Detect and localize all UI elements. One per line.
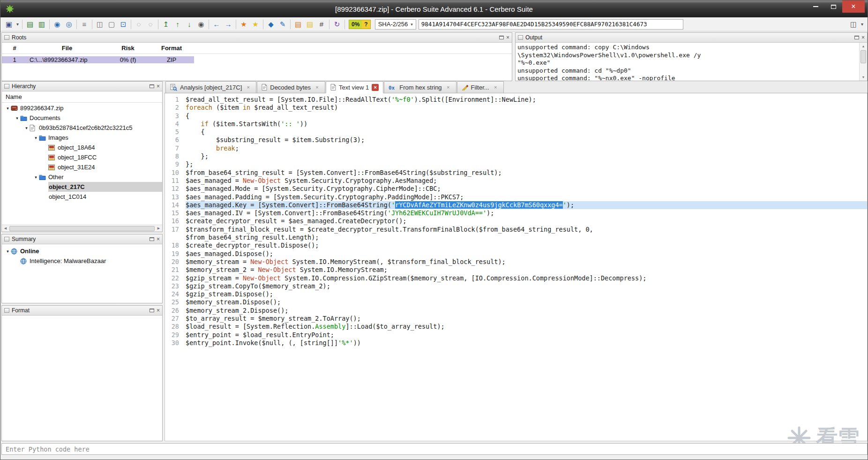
close-panel-icon[interactable]: × (157, 308, 160, 313)
scroll-down-icon[interactable]: ▼ (860, 74, 867, 81)
select-region-icon[interactable]: ◌ (133, 19, 144, 30)
expander-icon[interactable]: ▾ (14, 116, 20, 121)
expander-icon[interactable]: ▾ (33, 175, 39, 180)
scrollbar-thumb[interactable] (9, 226, 155, 231)
float-panel-icon[interactable] (150, 84, 154, 88)
code-line-20[interactable]: 20$memory_stream = New-Object System.IO.… (165, 258, 867, 266)
code-line-16[interactable]: 16$create_decryptor_result = $aes_manage… (165, 217, 867, 225)
next-match-icon[interactable]: ↓ (184, 19, 195, 30)
hex-edit-icon[interactable]: ▤ (304, 19, 315, 30)
maximize-button[interactable] (824, 0, 842, 13)
minimize-button[interactable] (807, 0, 824, 13)
hierarchy-column-header[interactable]: Name (2, 91, 162, 103)
tree-item-object-217c[interactable]: object_217C (2, 182, 162, 192)
column-header-risk[interactable]: Risk (107, 45, 149, 52)
import-report-icon[interactable]: ▥ (36, 19, 47, 30)
code-line-15[interactable]: 15$aes_managed.IV = [System.Convert]::Fr… (165, 209, 867, 217)
close-button[interactable]: × (842, 0, 865, 13)
scroll-right-icon[interactable]: ▶ (155, 226, 162, 230)
find-icon[interactable]: ◉ (195, 19, 207, 30)
code-line-6[interactable]: 6 $substring_result = $item.Substring(3)… (165, 136, 867, 144)
scroll-left-icon[interactable]: ◀ (2, 226, 9, 230)
code-line-26[interactable]: 26$memory_stream_2.Dispose(); (165, 307, 867, 315)
copy-icon[interactable]: ◫ (94, 19, 105, 30)
save-icon[interactable]: ▣ (3, 19, 15, 30)
tab-close-icon[interactable]: × (372, 84, 379, 91)
code-line-8[interactable]: 8 }; (165, 152, 867, 160)
code-line-19[interactable]: 19$aes_managed.Dispose(); (165, 250, 867, 258)
float-panel-icon[interactable] (499, 36, 504, 39)
clipboard-menu-caret[interactable]: ▾ (860, 19, 865, 30)
clipboard-icon[interactable]: ◫ (848, 19, 859, 30)
code-line-22[interactable]: 22$gzip_stream = New-Object System.IO.Co… (165, 274, 867, 282)
code-line-28[interactable]: 28$load_result = [System.Reflection.Asse… (165, 323, 867, 331)
hash-algo-select[interactable]: SHA-2/256 ▾ (375, 19, 416, 30)
tree-item-other[interactable]: ▾Other (2, 172, 162, 182)
code-line-1[interactable]: 1$read_all_text_result = [System.IO.File… (165, 96, 867, 104)
expander-icon[interactable]: ▾ (23, 126, 30, 130)
output-scrollbar[interactable]: ▲ ▼ (859, 43, 867, 81)
offset-icon[interactable]: # (316, 19, 327, 30)
forward-icon[interactable]: → (223, 19, 234, 30)
float-panel-icon[interactable] (150, 309, 154, 312)
back-icon[interactable]: ← (211, 19, 222, 30)
code-line-4[interactable]: 4 if ($item.StartsWith(':: ')) (165, 120, 867, 128)
close-panel-icon[interactable]: × (157, 84, 160, 89)
code-line-wrap[interactable]: $from_base64_string_result.Length); (165, 234, 867, 241)
code-line-25[interactable]: 25$memory_stream.Dispose(); (165, 298, 867, 306)
close-panel-icon[interactable]: × (861, 35, 865, 40)
scan-options-icon[interactable]: ◆ (265, 19, 277, 30)
code-line-2[interactable]: 2foreach ($item in $read_all_text_result… (165, 104, 867, 112)
code-line-10[interactable]: 10$from_base64_string_result = [System.C… (165, 169, 867, 177)
code-line-13[interactable]: 13$aes_managed.Padding = [System.Securit… (165, 193, 867, 201)
tab-close-icon[interactable]: × (245, 84, 252, 91)
expander-icon[interactable]: ▾ (5, 106, 11, 111)
bookmark-icon[interactable]: ★ (238, 19, 249, 30)
tree-item-object-31e24[interactable]: object_31E24 (2, 162, 162, 172)
scroll-up-icon[interactable]: ▲ (860, 43, 867, 50)
column-header-file[interactable]: File (27, 45, 107, 52)
column-header-[interactable]: # (2, 45, 27, 52)
tree-item-object-18fcc[interactable]: object_18FCC (2, 152, 162, 162)
tree-item-images[interactable]: ▾Images (2, 133, 162, 143)
hash-value-input[interactable] (419, 19, 683, 30)
code-line-5[interactable]: 5 { (165, 128, 867, 136)
previous-match-icon[interactable]: ↑ (172, 19, 183, 30)
export-report-icon[interactable]: ▤ (24, 19, 36, 30)
select-all-icon[interactable]: ▢ (106, 19, 117, 30)
screen-capture-icon[interactable]: ⊡ (118, 19, 129, 30)
tab-text-view-1[interactable]: Text view 1× (326, 81, 383, 93)
web-icon[interactable]: ◉ (52, 19, 63, 30)
float-panel-icon[interactable] (854, 36, 859, 39)
tab-close-icon[interactable]: × (314, 84, 321, 91)
bookmark-list-icon[interactable]: ★ (250, 19, 261, 30)
close-panel-icon[interactable]: × (506, 35, 509, 40)
code-line-27[interactable]: 27$to_array_result = $memory_stream_2.To… (165, 315, 867, 323)
code-line-3[interactable]: 3{ (165, 112, 867, 120)
reload-icon[interactable]: ↻ (331, 19, 343, 30)
goto-offset-icon[interactable]: ↥ (160, 19, 172, 30)
edit-tools-icon[interactable]: ✎ (277, 19, 288, 30)
tree-item-8992366347-zip[interactable]: ▾8992366347.zip (2, 103, 162, 113)
expander-icon[interactable]: ▾ (5, 249, 11, 254)
tree-item-0b93b5287841cef2c6b2f2c3221c5[interactable]: ▾0b93b5287841cef2c6b2f2c3221c5 (2, 123, 162, 133)
close-panel-icon[interactable]: × (157, 237, 160, 241)
column-header-format[interactable]: Format (149, 45, 194, 52)
tree-item-documents[interactable]: ▾Documents (2, 113, 162, 123)
tree-item-intelligence-malwarebazaar[interactable]: Intelligence: MalwareBazaar (2, 256, 162, 266)
select-ellipse-icon[interactable]: ◌ (145, 19, 156, 30)
database-icon[interactable]: ≡ (79, 19, 90, 30)
code-line-7[interactable]: 7 break; (165, 144, 867, 152)
float-panel-icon[interactable] (150, 237, 154, 241)
hierarchy-hscrollbar[interactable]: ◀ ▶ (2, 225, 162, 232)
scrollbar-thumb[interactable] (861, 50, 866, 63)
table-row[interactable]: 1C:\...\8992366347.zip0% (f)ZIP (2, 54, 512, 65)
tree-item-object-1c014[interactable]: object_1C014 (2, 192, 162, 202)
code-line-11[interactable]: 11$aes_managed = New-Object System.Secur… (165, 177, 867, 185)
code-line-17[interactable]: 17$transform_final_block_result = $creat… (165, 226, 867, 234)
tab-analysis-object-217c[interactable]: Analysis [object_217C]× (165, 81, 256, 93)
tab-filter[interactable]: Filter...× (457, 81, 504, 93)
tab-decoded-bytes[interactable]: Decoded bytes× (257, 81, 325, 93)
code-line-24[interactable]: 24$gzip_stream.Dispose(); (165, 290, 867, 298)
tree-item-object-18a64[interactable]: object_18A64 (2, 143, 162, 152)
